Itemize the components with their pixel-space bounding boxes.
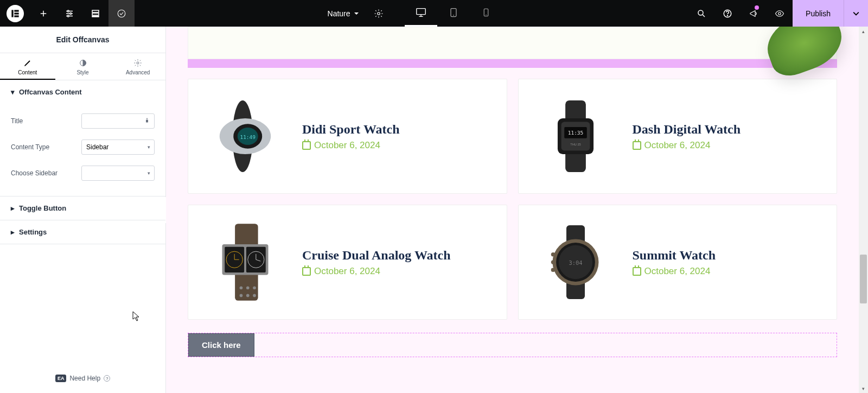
svg-point-66	[551, 260, 555, 264]
editor-canvas: 11:49 Didi Sport Watch October 6, 2024	[166, 27, 868, 393]
vertical-scrollbar[interactable]: ▴ ▾	[859, 27, 868, 393]
svg-text:3:04: 3:04	[569, 259, 582, 266]
svg-rect-2	[14, 12, 18, 14]
tab-style[interactable]: Style	[55, 53, 111, 80]
help-button[interactable]	[714, 0, 741, 27]
chevron-down-icon	[354, 11, 359, 16]
product-image: 3:04	[529, 216, 622, 308]
tablet-device-button[interactable]	[437, 0, 470, 27]
choose-sidebar-select[interactable]	[81, 166, 155, 181]
svg-text:THU 25: THU 25	[570, 143, 581, 146]
svg-point-45	[240, 286, 243, 289]
product-image	[199, 216, 291, 308]
calendar-icon	[633, 267, 641, 276]
svg-point-67	[551, 268, 555, 272]
product-card[interactable]: 11:49 Didi Sport Watch October 6, 2024	[188, 79, 507, 194]
field-label-title: Title	[11, 117, 23, 125]
canvas-section-placeholder[interactable]	[188, 27, 837, 59]
settings-sliders-icon[interactable]	[56, 0, 82, 27]
tab-advanced[interactable]: Advanced	[110, 53, 165, 80]
svg-point-24	[698, 10, 703, 15]
caret-right-icon: ▸	[11, 228, 15, 236]
publish-button[interactable]: Publish	[793, 0, 844, 27]
click-here-button[interactable]: Click here	[188, 333, 254, 357]
svg-rect-32	[146, 120, 148, 123]
product-image: 11:49	[199, 90, 291, 182]
svg-point-65	[551, 252, 555, 257]
scroll-down-arrow[interactable]: ▾	[859, 384, 868, 393]
scroll-up-arrow[interactable]: ▴	[859, 27, 868, 36]
svg-rect-13	[92, 13, 99, 15]
divider-section[interactable]	[188, 59, 837, 68]
offcanvas-widget[interactable]: Click here	[188, 333, 837, 357]
section-settings[interactable]: ▸ Settings	[0, 220, 165, 244]
caret-down-icon: ▾	[11, 88, 15, 96]
page-settings-icon[interactable]	[366, 0, 392, 27]
search-icon	[697, 9, 706, 18]
publish-dropdown[interactable]	[844, 0, 868, 27]
need-help-link[interactable]: EA Need Help ?	[0, 364, 165, 393]
svg-point-27	[727, 15, 727, 16]
preview-button[interactable]	[767, 0, 793, 27]
svg-rect-0	[11, 10, 13, 17]
checklist-icon[interactable]	[108, 0, 135, 27]
notification-dot	[755, 5, 759, 10]
monitor-icon	[415, 7, 427, 18]
svg-point-30	[137, 62, 139, 64]
content-type-select[interactable]: Sidebar	[81, 140, 155, 155]
pencil-icon	[23, 59, 32, 67]
dynamic-tags-icon[interactable]	[144, 117, 150, 125]
svg-line-25	[703, 15, 705, 17]
product-date: October 6, 2024	[302, 266, 496, 277]
product-card[interactable]: 11:35 THU 25 Dash Digital Watch October …	[518, 79, 838, 194]
svg-point-48	[240, 294, 243, 297]
scrollbar-thumb[interactable]	[860, 255, 867, 303]
svg-rect-14	[92, 16, 99, 17]
tablet-icon	[448, 7, 459, 18]
tab-content[interactable]: Content	[0, 53, 55, 80]
svg-point-47	[253, 286, 256, 289]
calendar-icon	[302, 267, 311, 276]
svg-text:11:35: 11:35	[567, 130, 583, 136]
svg-point-49	[246, 294, 250, 297]
contrast-icon	[79, 59, 87, 67]
field-label-choose-sidebar: Choose Sidebar	[11, 169, 58, 177]
svg-text:11:49: 11:49	[240, 134, 256, 140]
mobile-device-button[interactable]	[470, 0, 502, 27]
product-title: Summit Watch	[633, 248, 826, 263]
product-card[interactable]: 3:04 Summit Watch October 6, 2024	[518, 205, 838, 320]
svg-point-28	[778, 12, 781, 15]
chevron-down-icon	[853, 10, 859, 17]
search-button[interactable]	[688, 0, 714, 27]
section-offcanvas-content[interactable]: ▾ Offcanvas Content	[0, 80, 165, 104]
site-name-dropdown[interactable]: Nature	[321, 0, 366, 27]
add-element-button[interactable]	[30, 0, 56, 27]
section-toggle-button[interactable]: ▸ Toggle Button	[0, 196, 165, 220]
product-image: 11:35 THU 25	[529, 90, 622, 182]
ea-badge: EA	[55, 375, 67, 382]
structure-icon[interactable]	[82, 0, 108, 27]
panel-title: Edit Offcanvas	[0, 27, 165, 53]
product-date: October 6, 2024	[633, 140, 826, 151]
field-label-content-type: Content Type	[11, 143, 49, 151]
product-title: Cruise Dual Analog Watch	[302, 248, 496, 263]
product-title: Dash Digital Watch	[633, 122, 826, 137]
product-title: Didi Sport Watch	[302, 122, 496, 137]
eye-icon	[775, 9, 784, 18]
product-date: October 6, 2024	[633, 266, 826, 277]
desktop-device-button[interactable]	[405, 0, 437, 27]
svg-point-46	[246, 286, 250, 289]
notifications-button[interactable]	[741, 0, 767, 27]
product-card[interactable]: Cruise Dual Analog Watch October 6, 2024	[188, 205, 507, 320]
caret-right-icon: ▸	[11, 204, 15, 212]
svg-rect-12	[92, 10, 99, 12]
svg-point-15	[118, 10, 125, 17]
help-circle-icon: ?	[104, 375, 110, 382]
product-date: October 6, 2024	[302, 140, 496, 151]
help-icon	[723, 9, 732, 18]
elementor-logo-icon[interactable]	[7, 5, 24, 22]
svg-point-50	[253, 294, 256, 297]
calendar-icon	[302, 141, 311, 150]
gear-icon	[133, 59, 142, 67]
svg-point-31	[146, 118, 148, 119]
